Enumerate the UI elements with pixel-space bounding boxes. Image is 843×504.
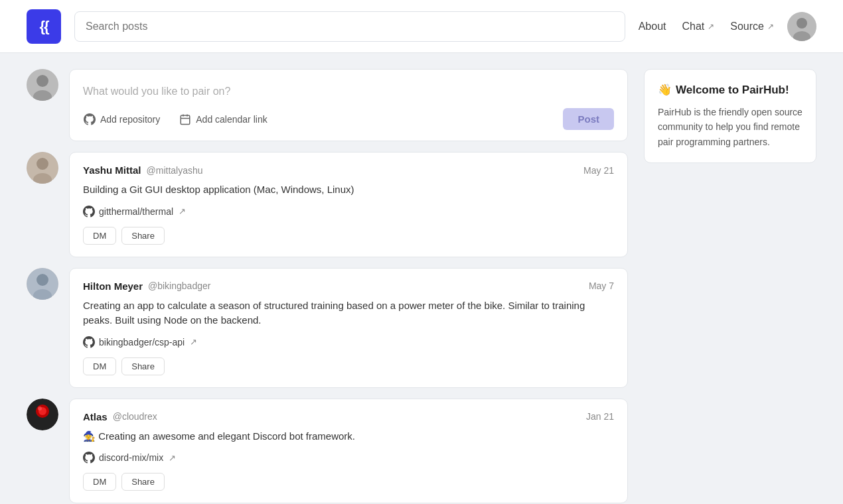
post3-avatar-col (27, 399, 58, 430)
svg-point-14 (37, 274, 48, 286)
svg-point-11 (37, 158, 48, 170)
post2-author-name: Hilton Meyer (83, 281, 143, 292)
nav-source[interactable]: Source ↗ (730, 21, 774, 32)
post2-footer: DM Share (83, 357, 614, 375)
post2-repo-ext-icon: ↗ (190, 337, 197, 347)
post1-header: Yashu Mittal @mittalyashu May 21 (83, 164, 614, 176)
post3-footer: DM Share (83, 473, 614, 491)
compose-actions: Add repository Add calendar link (83, 108, 614, 130)
main-layout: What would you like to pair on? Add repo… (0, 53, 843, 504)
external-link-icon: ↗ (767, 22, 774, 31)
post2-author-handle: @bikingbadger (148, 281, 210, 291)
post-card-3: Atlas @cloudrex Jan 21 🧙 Creating an awe… (69, 399, 628, 504)
post-row-3: Atlas @cloudrex Jan 21 🧙 Creating an awe… (27, 399, 628, 504)
post1-dm-button[interactable]: DM (83, 227, 116, 245)
add-repository-button[interactable]: Add repository (83, 109, 168, 130)
add-calendar-button[interactable]: Add calendar link (179, 109, 275, 130)
post3-dm-button[interactable]: DM (83, 473, 116, 491)
welcome-text: PairHub is the friendly open source comm… (658, 105, 803, 149)
svg-point-19 (38, 407, 42, 410)
svg-point-4 (37, 75, 48, 87)
post1-repo-link[interactable]: gitthermal/thermal ↗ (83, 206, 614, 218)
post3-author: Atlas @cloudrex (83, 411, 157, 422)
post3-date: Jan 21 (586, 411, 614, 422)
add-calendar-label: Add calendar link (196, 114, 267, 125)
post1-avatar (27, 152, 58, 184)
add-repository-label: Add repository (100, 114, 160, 125)
post3-author-name: Atlas (83, 411, 108, 422)
post2-dm-button[interactable]: DM (83, 357, 116, 375)
nav: About Chat ↗ Source ↗ (639, 21, 774, 32)
post2-repo-name: bikingbadger/csp-api (99, 337, 185, 347)
svg-point-1 (797, 18, 807, 29)
welcome-card: 👋 Welcome to PairHub! PairHub is the fri… (644, 69, 816, 163)
compose-row: What would you like to pair on? Add repo… (27, 69, 628, 141)
compose-placeholder[interactable]: What would you like to pair on? (83, 80, 614, 108)
welcome-title: 👋 Welcome to PairHub! (658, 83, 803, 97)
compose-card: What would you like to pair on? Add repo… (69, 69, 628, 141)
welcome-title-text: Welcome to PairHub! (676, 84, 789, 97)
compose-avatar-col (27, 69, 58, 101)
post1-body: Building a Git GUI desktop application (… (83, 182, 614, 198)
post2-share-button[interactable]: Share (121, 357, 165, 375)
logo[interactable]: {{ (27, 9, 61, 44)
post1-author: Yashu Mittal @mittalyashu (83, 164, 203, 176)
header: {{ About Chat ↗ Source ↗ (0, 0, 843, 53)
post2-date: May 7 (589, 281, 614, 291)
post3-author-handle: @cloudrex (113, 411, 157, 422)
feed-column: What would you like to pair on? Add repo… (27, 69, 628, 503)
welcome-emoji: 👋 (658, 83, 672, 97)
post1-date: May 21 (583, 165, 614, 176)
nav-chat[interactable]: Chat ↗ (682, 21, 715, 32)
sidebar: 👋 Welcome to PairHub! PairHub is the fri… (644, 69, 816, 503)
svg-rect-6 (181, 115, 191, 125)
nav-about[interactable]: About (639, 21, 666, 32)
post1-repo-ext-icon: ↗ (179, 206, 186, 216)
post1-share-button[interactable]: Share (121, 227, 165, 245)
github-icon (83, 113, 96, 126)
post1-footer: DM Share (83, 227, 614, 245)
post2-repo-link[interactable]: bikingbadger/csp-api ↗ (83, 336, 614, 348)
post3-repo-name: discord-mix/mix (99, 452, 163, 463)
post2-header: Hilton Meyer @bikingbadger May 7 (83, 281, 614, 292)
post-row-1: Yashu Mittal @mittalyashu May 21 Buildin… (27, 152, 628, 257)
post-card-2: Hilton Meyer @bikingbadger May 7 Creatin… (69, 268, 628, 388)
external-link-icon: ↗ (708, 22, 714, 31)
post3-header: Atlas @cloudrex Jan 21 (83, 411, 614, 422)
post-button[interactable]: Post (563, 108, 614, 130)
post1-repo-name: gitthermal/thermal (99, 206, 173, 217)
post2-avatar (27, 268, 58, 300)
post3-body: 🧙 Creating an awesome and elegant Discor… (83, 429, 614, 444)
post-row-2: Hilton Meyer @bikingbadger May 7 Creatin… (27, 268, 628, 388)
post3-repo-ext-icon: ↗ (169, 453, 176, 463)
post3-avatar (27, 399, 58, 430)
post2-author: Hilton Meyer @bikingbadger (83, 281, 210, 292)
post2-avatar-col (27, 268, 58, 300)
post2-body: Creating an app to calculate a season of… (83, 298, 614, 328)
post1-author-handle: @mittalyashu (147, 165, 203, 176)
post1-author-name: Yashu Mittal (83, 164, 141, 176)
calendar-icon (179, 113, 192, 126)
search-input[interactable] (74, 11, 625, 42)
user-avatar-header[interactable] (787, 12, 816, 41)
post1-avatar-col (27, 152, 58, 184)
post-card-1: Yashu Mittal @mittalyashu May 21 Buildin… (69, 152, 628, 257)
post3-share-button[interactable]: Share (121, 473, 165, 491)
current-user-avatar (27, 69, 58, 101)
post3-repo-link[interactable]: discord-mix/mix ↗ (83, 452, 614, 464)
